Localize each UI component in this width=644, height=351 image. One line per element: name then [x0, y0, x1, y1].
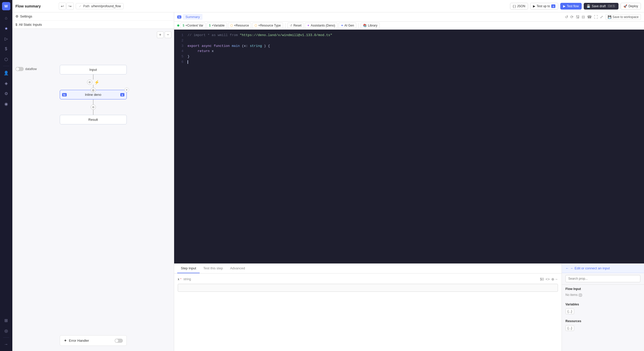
layout-icon[interactable]: ⊟ [582, 15, 585, 19]
sidebar-divider-2 [3, 337, 9, 338]
ai-gen-button[interactable]: ✦ AI Gen [338, 23, 356, 28]
reset-label: Reset [293, 24, 301, 27]
flow-canvas: + − dataflow Input [12, 29, 174, 351]
toolbar-sep-1 [285, 23, 285, 28]
connector-line-2-top [93, 99, 94, 105]
test-up-label: Test up to [537, 4, 550, 8]
reset-button[interactable]: ↺ Reset [287, 23, 304, 28]
redo-button[interactable]: ↪ [66, 3, 74, 10]
history-icon[interactable]: ⟳ [570, 15, 574, 19]
sidebar-item-star[interactable]: ★ [2, 24, 11, 33]
resource-button[interactable]: ⬡ +Resource [228, 23, 251, 28]
undo-button[interactable]: ↩ [59, 3, 66, 10]
json-button[interactable]: { } JSON [510, 3, 528, 10]
node-add-button[interactable]: ⊕ [91, 88, 96, 93]
save-draft-label: Save draft [592, 4, 606, 8]
connector-dot-2[interactable]: ⊕ [91, 105, 96, 110]
sidebar-item-github[interactable]: ◎ [2, 326, 11, 335]
variable-button[interactable]: $ +Variable [207, 23, 227, 28]
error-handler-toggle[interactable] [115, 339, 123, 343]
input-x-required: * [180, 278, 181, 281]
resource-type-button[interactable]: ⬡ +Resource Type [252, 23, 283, 28]
context-var-icon: $ [183, 24, 184, 27]
connect-header[interactable]: ← ← Edit or connect an input [562, 264, 644, 273]
path-value: u/henri/profound_flow [91, 4, 121, 8]
flow-input-title: Flow Input [565, 287, 640, 291]
test-flow-button[interactable]: ▶ Test flow [560, 3, 582, 10]
tab-advanced-label: Advanced [230, 266, 245, 270]
code-content-2 [188, 38, 190, 44]
shrink-icon[interactable]: ⤢ [600, 15, 603, 19]
settings-label: Settings [20, 14, 32, 18]
sidebar: W ⌂ ★ ▷ $ ⬡ 👤 ◈ ⚙ ◉ ⊞ ◎ → [0, 0, 12, 351]
test-up-button[interactable]: ▶ Test up to a [530, 3, 558, 10]
input-x-actions: $0 <> ⊕→ [540, 277, 558, 281]
result-node-label: Result [88, 118, 98, 122]
save-icon[interactable]: 🖫 [576, 15, 580, 19]
refresh-icon[interactable]: ↺ [565, 15, 568, 19]
save-draft-icon: 💾 [587, 4, 590, 8]
sidebar-item-flow[interactable]: ▷ [2, 34, 11, 43]
zoom-out-button[interactable]: − [165, 31, 171, 38]
result-node[interactable]: Result [60, 115, 127, 124]
connector-dot-1[interactable]: ⊕ [87, 80, 92, 85]
save-draft-button[interactable]: 💾 Save draft Ctrl S [584, 3, 618, 10]
resource-label: +Resource [234, 24, 249, 27]
node-close-button[interactable]: ✕ [124, 88, 129, 92]
assistants-button[interactable]: ✦ Assistants (Deno) [305, 23, 337, 28]
sidebar-item-puzzle[interactable]: ⬡ [2, 55, 11, 64]
tab-step-input[interactable]: Step Input [177, 264, 200, 273]
code-line-3: 3 export async function main (x: string … [178, 44, 640, 49]
variables-obj[interactable]: {...} [565, 309, 574, 314]
phone-icon[interactable]: ☎ [587, 15, 592, 19]
toolbar-row: $ +Context Var $ +Variable ⬡ +Resource ⬡… [174, 22, 644, 30]
inline-deno-node[interactable]: ⊕ ✕ ts Inline deno a [60, 90, 127, 99]
sidebar-item-grid[interactable]: ⊞ [2, 316, 11, 325]
flow-input-section: Flow Input No items ([]) [562, 285, 644, 300]
a-badge: a [120, 93, 124, 96]
sidebar-logo[interactable]: W [2, 2, 10, 10]
code-view-button[interactable]: <> [546, 277, 550, 281]
sidebar-divider-1 [3, 66, 9, 66]
resources-obj[interactable]: {...} [565, 325, 574, 331]
test-flow-label: Test flow [567, 4, 579, 8]
tab-step-input-label: Step Input [181, 266, 196, 270]
inputs-icon: $ [15, 23, 17, 27]
connect-search-input[interactable] [565, 275, 640, 282]
code-line-2: 2 [178, 38, 640, 44]
variables-title: Variables [565, 303, 640, 306]
context-var-label: +Context Var [185, 24, 203, 27]
sidebar-item-home[interactable]: ⌂ [2, 13, 11, 23]
tab-test-step[interactable]: Test this step [200, 264, 226, 273]
summary-tab[interactable]: Summary [183, 14, 202, 20]
tab-advanced[interactable]: Advanced [226, 264, 249, 273]
sidebar-item-bell[interactable]: ◈ [2, 79, 11, 88]
inputs-label: All Static Inputs [19, 23, 42, 27]
zoom-in-button[interactable]: + [157, 31, 164, 38]
sidebar-item-arrow[interactable]: → [2, 340, 11, 349]
sidebar-item-bug[interactable]: ◉ [2, 99, 11, 108]
deploy-button[interactable]: 🚀 Deploy [621, 3, 641, 10]
sidebar-item-settings[interactable]: ⚙ [2, 89, 11, 98]
settings-row[interactable]: ⚙ Settings [12, 12, 174, 21]
context-var-button[interactable]: $ +Context Var [180, 23, 206, 28]
code-line-5: 5 } [178, 54, 640, 59]
line-num-3: 3 [178, 44, 183, 49]
library-button[interactable]: 📚 Library [361, 23, 380, 28]
inputs-row[interactable]: $ All Static Inputs [12, 21, 174, 29]
summary-tab-label: Summary [185, 15, 200, 19]
input-node[interactable]: Input [60, 65, 127, 74]
connector-2: ⊕ [91, 99, 96, 115]
sidebar-item-dollar[interactable]: $ [2, 44, 11, 54]
dollar-zero-button[interactable]: $0 [540, 277, 544, 281]
input-x-name: x [178, 277, 179, 281]
input-x-field[interactable] [178, 284, 558, 292]
code-editor[interactable]: 1 // import * as wmill from "https://den… [174, 30, 644, 263]
connect-button[interactable]: ⊕→ [551, 277, 558, 281]
save-workspace-button[interactable]: 💾 Save to workspace [605, 14, 641, 20]
sidebar-item-users[interactable]: 👤 [2, 68, 11, 78]
expand-icon[interactable]: ⛶ [594, 15, 598, 19]
connect-back-icon: ← [565, 266, 569, 270]
resources-title: Resources [565, 319, 640, 323]
error-handler-box[interactable]: ✦ Error Handler [60, 335, 127, 346]
